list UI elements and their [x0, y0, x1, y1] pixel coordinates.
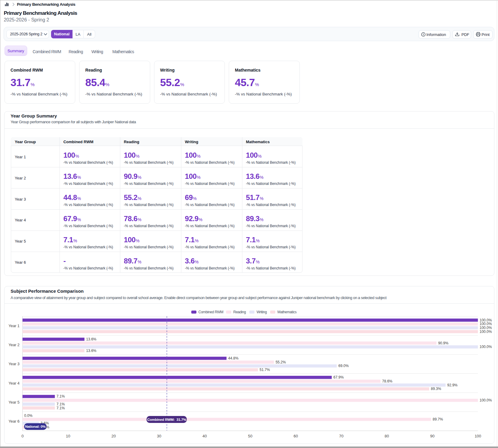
- svg-text:100.0%: 100.0%: [480, 398, 492, 402]
- svg-text:89.3%: 89.3%: [431, 387, 441, 391]
- svg-text:100: 100: [475, 434, 481, 438]
- svg-text:Year 5: Year 5: [8, 400, 19, 404]
- svg-text:69.0%: 69.0%: [338, 364, 349, 368]
- svg-text:0.0%: 0.0%: [24, 414, 33, 418]
- svg-text:100.0%: 100.0%: [480, 345, 492, 349]
- svg-text:40: 40: [202, 434, 207, 438]
- svg-text:7.1%: 7.1%: [57, 406, 65, 410]
- svg-text:78.6%: 78.6%: [382, 379, 393, 383]
- svg-text:51.7%: 51.7%: [260, 368, 270, 372]
- svg-text:20: 20: [112, 434, 116, 438]
- svg-text:Year 6: Year 6: [8, 419, 19, 424]
- svg-text:13.6%: 13.6%: [86, 337, 96, 341]
- svg-text:Year 1: Year 1: [8, 324, 19, 328]
- svg-text:0: 0: [21, 434, 24, 438]
- svg-text:55.2%: 55.2%: [276, 360, 286, 364]
- svg-text:Year 4: Year 4: [8, 381, 19, 385]
- svg-text:50: 50: [248, 434, 252, 438]
- svg-text:90.9%: 90.9%: [438, 341, 448, 345]
- svg-text:70: 70: [339, 434, 343, 438]
- svg-text:89.7%: 89.7%: [433, 417, 443, 421]
- svg-text:67.9%: 67.9%: [333, 375, 344, 379]
- svg-text:Year 2: Year 2: [8, 343, 19, 347]
- svg-text:10: 10: [66, 434, 70, 438]
- svg-text:92.9%: 92.9%: [447, 383, 458, 387]
- svg-text:30: 30: [157, 434, 161, 438]
- svg-text:80: 80: [385, 434, 389, 438]
- svg-text:7.1%: 7.1%: [57, 394, 65, 398]
- svg-text:13.6%: 13.6%: [86, 349, 96, 353]
- svg-text:Year 3: Year 3: [8, 362, 19, 366]
- svg-text:60: 60: [293, 434, 298, 438]
- svg-text:90: 90: [430, 434, 435, 438]
- svg-text:100.0%: 100.0%: [480, 330, 492, 334]
- svg-text:44.8%: 44.8%: [228, 356, 238, 360]
